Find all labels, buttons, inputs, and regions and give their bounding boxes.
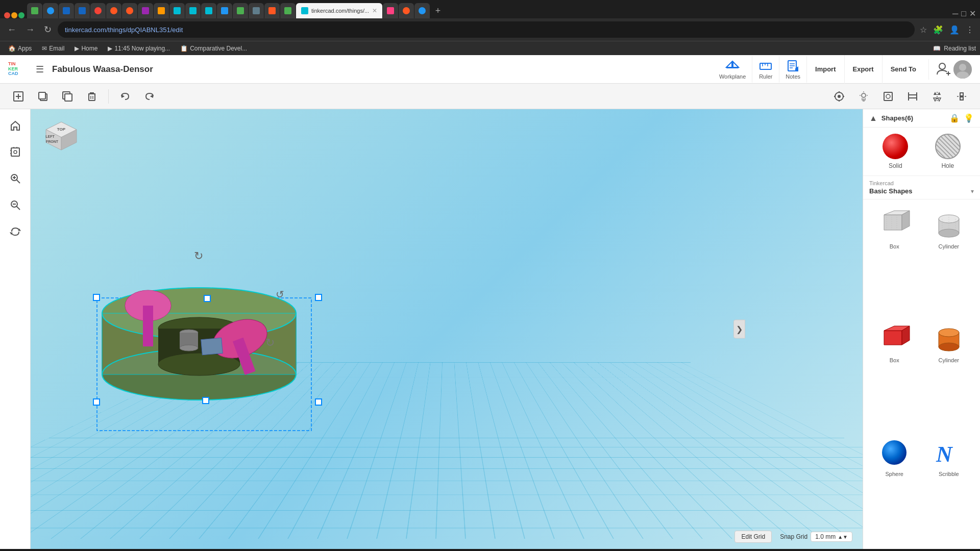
undo-icon (119, 91, 131, 102)
address-bar[interactable]: tinkercad.com/things/dpQIABNL351/edit (58, 21, 915, 38)
tab-close-btn[interactable]: ✕ (372, 7, 377, 14)
browser-tab[interactable] (383, 3, 398, 18)
flip-btn[interactable] (927, 87, 947, 106)
home-view-btn[interactable] (5, 115, 26, 136)
minimize-btn[interactable]: ─ (952, 9, 958, 18)
send-to-btn[interactable]: Send To (883, 55, 924, 84)
zoom-out-btn[interactable] (5, 195, 26, 215)
box-red-preview (876, 323, 912, 354)
profile-btn[interactable]: 👤 (947, 23, 962, 37)
viewpoint-btn[interactable] (829, 87, 849, 106)
collapse-shapes-btn[interactable]: ▲ (869, 114, 877, 123)
close-btn[interactable]: ✕ (969, 9, 976, 18)
forward-btn[interactable]: → (22, 23, 38, 36)
window-minimize[interactable] (11, 12, 17, 18)
shape-item-sphere-blue[interactable]: Sphere (869, 433, 920, 543)
app-topbar: TIN KER CAD ☰ Fabulous Waasa-Densor Work… (0, 55, 980, 84)
shape-item-scribble[interactable]: N Scribble (924, 433, 974, 543)
svg-point-61 (14, 151, 17, 154)
dropdown-arrow-icon: ▾ (971, 188, 974, 195)
browser-tab[interactable] (169, 3, 185, 18)
browser-tab[interactable] (280, 3, 296, 18)
browser-tab[interactable] (106, 3, 121, 18)
shape-item-cylinder-gray[interactable]: Cylinder (924, 206, 974, 315)
zoom-in-btn[interactable] (5, 168, 26, 189)
duplicate-btn[interactable] (57, 87, 78, 106)
svg-marker-55 (11, 121, 19, 130)
browser-tab[interactable] (233, 3, 248, 18)
shapes-grid: Box Cylinder (863, 199, 980, 549)
browser-tab[interactable] (201, 3, 216, 18)
browser-tab[interactable] (185, 3, 201, 18)
back-btn[interactable]: ← (4, 23, 19, 36)
bookmark-comparative[interactable]: 📋 Comparative Devel... (176, 44, 251, 53)
add-user-btn[interactable] (933, 58, 953, 80)
svg-marker-48 (934, 92, 937, 95)
snap-grid-value[interactable]: 1.0 mm ▲▼ (811, 532, 852, 542)
browser-tab[interactable] (75, 3, 90, 18)
browser-tab[interactable] (90, 3, 106, 18)
viewport[interactable]: TOP FRONT LEFT (31, 109, 863, 549)
browser-tab[interactable] (27, 3, 42, 18)
lock-icon[interactable]: 🔒 (949, 113, 960, 123)
user-avatar[interactable] (953, 60, 972, 79)
shape-item-box-red[interactable]: Box (869, 319, 920, 429)
export-btn[interactable]: Export (844, 55, 883, 84)
hamburger-menu[interactable]: ☰ (36, 64, 44, 75)
notes-btn[interactable]: Notes (779, 56, 807, 83)
collapse-panel-btn[interactable]: ❯ (733, 320, 745, 339)
bookmark-email[interactable]: ✉ Email (38, 44, 68, 53)
left-sidebar (0, 109, 31, 549)
reload-btn[interactable]: ↻ (41, 23, 55, 36)
window-maximize[interactable] (18, 12, 24, 18)
active-browser-tab[interactable]: tinkercad.com/things/... ✕ (296, 3, 382, 18)
browser-tab[interactable] (399, 3, 414, 18)
bookmark-star[interactable]: ☆ (918, 23, 929, 37)
shapes-panel: ▲ Shapes(6) 🔒 💡 Solid Hole (863, 109, 980, 549)
svg-rect-101 (93, 399, 100, 405)
window-close[interactable] (4, 12, 10, 18)
workplane-btn[interactable]: Workplane (713, 56, 752, 83)
browser-tab[interactable] (59, 3, 74, 18)
copy-btn[interactable] (33, 87, 53, 106)
rotation-btn[interactable] (5, 221, 26, 242)
browser-tab[interactable] (122, 3, 137, 18)
shape-item-cylinder-orange[interactable]: Cylinder (924, 319, 974, 429)
maximize-btn[interactable]: □ (961, 9, 966, 18)
ruler-btn[interactable]: Ruler (752, 56, 779, 83)
browser-tab[interactable] (264, 3, 280, 18)
solid-type[interactable]: Solid (883, 134, 908, 169)
extension-puzzle[interactable]: 🧩 (931, 23, 945, 37)
visibility-icon[interactable]: 💡 (964, 113, 974, 123)
bookmark-label: Apps (18, 45, 32, 52)
mirror-btn[interactable] (951, 87, 972, 106)
bookmark-apps[interactable]: 🏠 Apps (4, 44, 36, 53)
category-selector[interactable]: Tinkercad Basic Shapes ▾ (863, 176, 980, 199)
reading-list[interactable]: 📖 Reading list (933, 45, 976, 52)
browser-tab[interactable] (138, 3, 153, 18)
light-btn[interactable] (853, 87, 874, 106)
browser-tab[interactable] (154, 3, 169, 18)
new-shape-btn[interactable] (8, 87, 29, 106)
hole-type[interactable]: Hole (935, 134, 961, 169)
zoom-fit-btn[interactable] (5, 142, 26, 162)
shape-item-box-gray[interactable]: Box (869, 206, 920, 315)
edit-grid-btn[interactable]: Edit Grid (734, 531, 772, 543)
align-btn[interactable] (902, 87, 923, 106)
delete-btn[interactable] (82, 87, 102, 106)
settings-btn[interactable]: ⋮ (964, 23, 976, 37)
svg-rect-25 (89, 94, 95, 101)
browser-tab[interactable] (414, 3, 430, 18)
bookmark-home[interactable]: ▶ Home (70, 44, 102, 53)
browser-tab[interactable] (217, 3, 232, 18)
import-btn[interactable]: Import (807, 55, 844, 84)
undo-btn[interactable] (115, 87, 135, 106)
redo-btn[interactable] (139, 87, 160, 106)
project-title: Fabulous Waasa-Densor (52, 64, 153, 74)
shape-outline-btn[interactable] (878, 87, 898, 106)
browser-tab-new[interactable]: + (430, 3, 446, 18)
bookmark-playing[interactable]: ▶ 11:45 Now playing... (104, 44, 174, 53)
nav-cube[interactable]: TOP FRONT LEFT (41, 119, 82, 160)
browser-tab[interactable] (249, 3, 264, 18)
browser-tab[interactable] (43, 3, 58, 18)
